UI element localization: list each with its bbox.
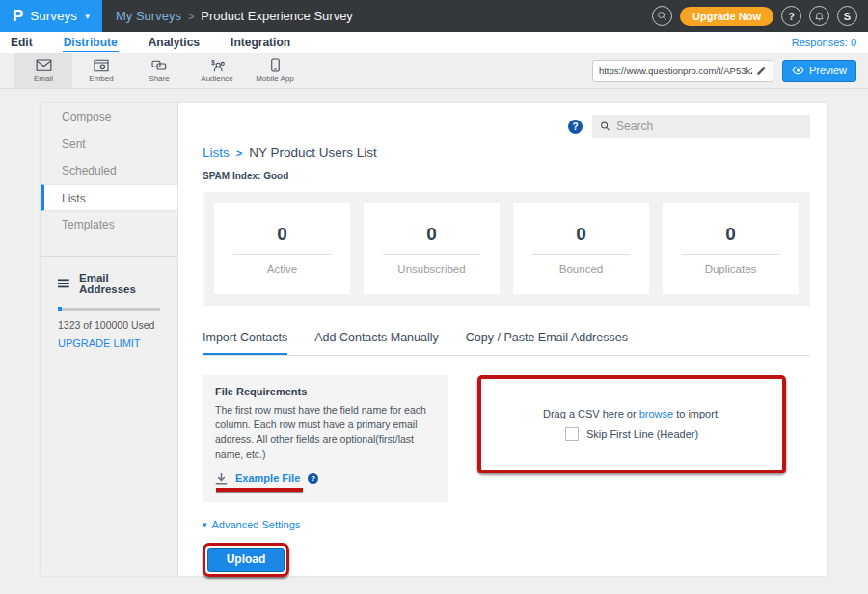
list-lines-icon xyxy=(58,278,70,289)
sidebar-item-compose[interactable]: Compose xyxy=(41,103,177,130)
account-avatar[interactable]: S xyxy=(837,6,857,26)
skip-first-line-row: Skip First Line (Header) xyxy=(565,427,698,441)
stat-card-bounced: 0 Bounced xyxy=(513,203,649,294)
csv-dropzone-annotated[interactable]: Drag a CSV here or browse to import. Ski… xyxy=(477,375,786,473)
tab-copy-paste-email-addresses[interactable]: Copy / Paste Email Addresses xyxy=(466,331,628,355)
app-logo-block[interactable]: P Surveys ▾ xyxy=(0,0,102,32)
caret-down-icon: ▾ xyxy=(203,520,207,529)
toolbar-item-label: Embed xyxy=(89,74,113,83)
nav-tab-analytics[interactable]: Analytics xyxy=(148,34,201,51)
stat-divider xyxy=(233,254,332,255)
file-requirements-body: The first row must have the field name f… xyxy=(215,403,436,462)
stat-label: Active xyxy=(267,263,297,275)
browse-link[interactable]: browse xyxy=(639,408,673,419)
stat-value: 0 xyxy=(277,224,287,245)
upgrade-now-button[interactable]: Upgrade Now xyxy=(680,7,773,26)
sidebar-item-lists[interactable]: Lists xyxy=(41,184,177,211)
skip-first-line-checkbox[interactable] xyxy=(565,427,579,441)
advanced-settings-label: Advanced Settings xyxy=(212,519,301,530)
help-button[interactable]: ? xyxy=(781,6,801,26)
email-addresses-header: Email Addresses xyxy=(58,272,162,295)
pencil-edit-icon[interactable] xyxy=(756,66,767,76)
breadcrumb-current-list: NY Product Users List xyxy=(249,146,377,160)
page-background: Compose Sent Scheduled Lists Templates E… xyxy=(0,89,868,593)
share-bubbles-icon xyxy=(151,59,167,72)
advanced-settings-toggle[interactable]: ▾ Advanced Settings xyxy=(203,519,810,530)
search-icon xyxy=(600,121,610,132)
contacts-tabs: Import Contacts Add Contacts Manually Co… xyxy=(203,331,810,356)
responses-count[interactable]: Responses: 0 xyxy=(792,37,858,48)
distribute-toolbar: Email Embed Share $ Audience Mobile App xyxy=(0,53,868,89)
preview-button[interactable]: Preview xyxy=(782,60,856,82)
search-input[interactable] xyxy=(616,120,802,133)
toolbar-item-share[interactable]: Share xyxy=(130,53,188,88)
stat-card-active: 0 Active xyxy=(214,203,350,294)
nav-tab-integration[interactable]: Integration xyxy=(230,34,291,51)
chevron-down-icon: ▾ xyxy=(85,12,90,21)
example-file-link[interactable]: Example File xyxy=(235,472,300,484)
nav-tab-edit[interactable]: Edit xyxy=(10,34,34,51)
survey-nav: Edit Distribute Analytics Integration Re… xyxy=(0,32,868,53)
stat-divider xyxy=(383,254,481,255)
toolbar-item-label: Share xyxy=(149,74,169,83)
email-addresses-title: Email Addresses xyxy=(79,272,162,295)
eye-icon xyxy=(792,66,804,75)
audience-icon: $ xyxy=(209,59,226,72)
file-requirements-title: File Requirements xyxy=(215,386,436,397)
toolbar-item-email[interactable]: Email xyxy=(14,53,72,88)
list-stats-band: 0 Active 0 Unsubscribed 0 Bounced 0 xyxy=(203,192,810,306)
breadcrumb-current-survey: Product Experience Survey xyxy=(201,9,353,23)
toolbar-item-embed[interactable]: Embed xyxy=(72,53,130,88)
email-sidebar: Compose Sent Scheduled Lists Templates E… xyxy=(41,103,178,576)
tab-import-contacts[interactable]: Import Contacts xyxy=(203,331,287,355)
toolbar-item-mobile-app[interactable]: Mobile App xyxy=(246,53,304,88)
envelope-icon xyxy=(36,59,52,72)
sidebar-item-scheduled[interactable]: Scheduled xyxy=(41,157,177,184)
survey-breadcrumb: My Surveys > Product Experience Survey xyxy=(116,9,353,23)
drop-text-post: to import. xyxy=(673,408,720,419)
upload-button[interactable]: Upload xyxy=(207,548,285,572)
example-file-row: Example File ? xyxy=(215,472,436,485)
list-breadcrumb: Lists > NY Product Users List xyxy=(203,146,810,160)
nav-tab-distribute[interactable]: Distribute xyxy=(63,34,119,52)
toolbar-right: https://www.questionpro.com/t/AP53kZgfo … xyxy=(592,53,868,88)
embed-icon xyxy=(94,59,109,72)
breadcrumb-lists-link[interactable]: Lists xyxy=(203,146,230,160)
sidebar-item-sent[interactable]: Sent xyxy=(41,130,177,157)
email-addresses-block: Email Addresses 1323 of 100000 Used UPGR… xyxy=(41,256,177,349)
mobile-phone-icon xyxy=(270,58,281,72)
toolbar-item-label: Email xyxy=(34,74,53,83)
breadcrumb-separator: > xyxy=(236,148,242,159)
file-requirements-box: File Requirements The first row must hav… xyxy=(203,375,448,502)
toolbar-item-audience[interactable]: $ Audience xyxy=(188,53,246,88)
toolbar-item-label: Mobile App xyxy=(256,74,294,83)
survey-url-field[interactable]: https://www.questionpro.com/t/AP53kZgfo xyxy=(592,60,773,82)
tab-add-contacts-manually[interactable]: Add Contacts Manually xyxy=(314,331,439,355)
stat-card-duplicates: 0 Duplicates xyxy=(663,203,799,294)
usage-progress-fill xyxy=(58,307,62,311)
usage-progress-bar xyxy=(58,308,160,310)
top-bar: P Surveys ▾ My Surveys > Product Experie… xyxy=(0,0,868,32)
stat-label: Bounced xyxy=(559,263,603,275)
contextual-help-icon[interactable]: ? xyxy=(568,120,583,134)
bell-icon xyxy=(814,11,825,21)
breadcrumb-my-surveys[interactable]: My Surveys xyxy=(116,9,181,23)
drop-text-pre: Drag a CSV here or xyxy=(543,408,639,419)
contacts-search-box[interactable] xyxy=(592,115,810,138)
stat-card-unsubscribed: 0 Unsubscribed xyxy=(364,203,500,294)
toolbar-item-label: Audience xyxy=(201,74,232,83)
stat-label: Duplicates xyxy=(705,263,757,275)
lists-main-panel: ? Lists > NY Product Users List SPAM Ind… xyxy=(178,103,827,576)
sidebar-spacer xyxy=(41,238,177,256)
stat-label: Unsubscribed xyxy=(397,263,465,275)
example-help-icon[interactable]: ? xyxy=(308,473,318,484)
stat-value: 0 xyxy=(725,224,736,245)
notifications-button[interactable] xyxy=(809,6,829,26)
survey-url-text: https://www.questionpro.com/t/AP53kZgfo xyxy=(599,66,752,76)
search-icon xyxy=(657,11,667,21)
annotation-red-box-upload: Upload xyxy=(203,543,289,577)
search-button[interactable] xyxy=(652,6,672,26)
breadcrumb-separator: > xyxy=(188,11,194,22)
sidebar-item-templates[interactable]: Templates xyxy=(41,211,177,238)
upgrade-limit-link[interactable]: UPGRADE LIMIT xyxy=(58,338,162,349)
